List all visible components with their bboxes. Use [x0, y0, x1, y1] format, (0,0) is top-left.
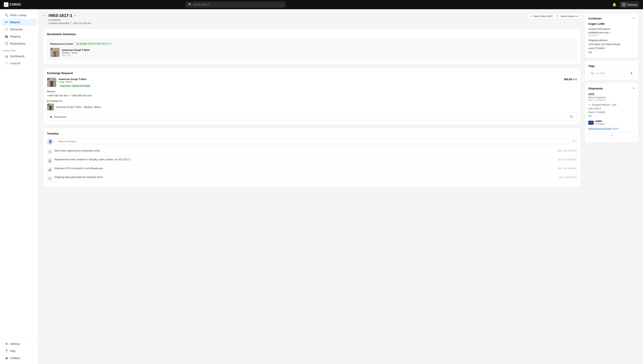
svg-rect-3: [50, 81, 53, 86]
copy-email-icon[interactable]: ⎘: [610, 31, 611, 34]
copy-tracking-icon[interactable]: ⎘: [618, 127, 619, 130]
sidebar-item-collapse[interactable]: ◀ Collapse: [2, 354, 37, 362]
search-bar[interactable]: 🔍 Quick Search: [186, 2, 285, 8]
shopify-external-icon[interactable]: ↗: [110, 42, 112, 45]
page-header-left: ← #903-1617-1 ↗ Completed Created Decemb…: [43, 13, 91, 24]
sidebar-item-corso-ai[interactable]: ✨ Corso AI: [2, 60, 37, 67]
carrier-name: USPS: [595, 120, 604, 123]
page-header-actions: ↗ View Order #1617 More Actions ▾: [527, 13, 581, 20]
shipping-icon: 📦: [5, 35, 8, 38]
add-shipment-icon[interactable]: +: [633, 86, 635, 90]
usps-logo: USPS: [588, 121, 594, 124]
dashboards-icon: 📊: [5, 54, 8, 58]
status-text: Completed: [49, 18, 61, 21]
user-avatar-circle: 👤: [47, 138, 53, 144]
exchange-for-row: 1 American Script T-Shirt - Medium / Bla…: [47, 104, 577, 110]
sidebar-label-shipping: Shipping: [10, 35, 21, 38]
help-icon: ❓: [5, 349, 8, 353]
user-badge[interactable]: S Swaseys: [619, 2, 639, 8]
add-comment-button[interactable]: +: [571, 138, 577, 144]
exchange-item-image: 1: [47, 78, 56, 87]
timeline-text-0: Sent return approved as requested email.: [54, 149, 556, 152]
right-panel: Customer ✏ Cogan Lottle Contact informat…: [585, 13, 638, 360]
order-lookup-icon: 🔍: [5, 14, 8, 17]
replacement-item-sku: SKU: N/A: [62, 54, 573, 56]
tracking-number-link[interactable]: 940010010544229269 7276: [588, 128, 617, 130]
shipments-title: Shipments: [588, 87, 603, 90]
sidebar-item-registrations[interactable]: 📋 Registrations: [2, 40, 37, 47]
exchange-request-title: Exchange Request: [47, 72, 577, 75]
resolution-summary-title: Resolution Summary: [47, 32, 577, 36]
address-line2: Lehi UT 84043: [588, 46, 635, 50]
replacement-item-name: American Script T-Shirt: [62, 48, 573, 52]
edit-customer-icon[interactable]: ✏: [632, 17, 635, 20]
customer-card-header: Customer ✏: [588, 17, 635, 20]
sidebar-bottom: ⚙ Settings ❓ Help ◀ Collapse: [0, 338, 38, 362]
shipment-action-icon: 📄: [610, 134, 613, 137]
inspections-label: Inspections: [54, 116, 67, 118]
exchange-request-card: Exchange Request 1 American: [43, 68, 581, 125]
shipment-action-button[interactable]: 📄: [588, 132, 635, 138]
inspections-row[interactable]: ▶ Inspections 0: [47, 113, 577, 121]
contact-email-row: lcottle@corso.com ⎘: [588, 31, 635, 34]
exchange-for-item-text: American Script T-Shirt - Medium / Black: [56, 106, 101, 108]
svg-rect-5: [53, 81, 54, 83]
warranties-icon: 🛡: [5, 28, 8, 31]
svg-rect-2: [56, 51, 57, 53]
chevron-down-icon: ▾: [576, 15, 578, 18]
replacement-item-image: 1: [50, 48, 60, 57]
tags-dropdown[interactable]: 🔍 Add tags ▾: [588, 70, 635, 76]
timeline-text-2: Shipment #373 in-transit to Lehi Warehou…: [54, 167, 556, 170]
sidebar-item-shipping[interactable]: 📦 Shipping: [2, 33, 37, 40]
shipments-card: Shipments + #373 Return Shipment Dec 7 a…: [585, 83, 638, 142]
timeline-text-1: Replacement order created on Shopify, or…: [54, 158, 556, 161]
sidebar-item-returns[interactable]: ↩ Returns: [2, 19, 37, 26]
replacement-item-details: American Script T-Shirt Medium / Black S…: [62, 48, 573, 56]
main-content-area: ← #903-1617-1 ↗ Completed Created Decemb…: [39, 9, 643, 364]
timeline-time-0: Dec 7 at 10:02 am: [558, 149, 577, 152]
view-order-button[interactable]: ↗ View Order #1617: [527, 13, 556, 20]
address-country: US: [588, 50, 635, 54]
exchange-item-name: American Script T-Shirt: [59, 78, 561, 81]
bell-icon[interactable]: 🔔: [612, 2, 616, 7]
logo-icon: C: [4, 2, 9, 7]
shopify-order-label: Shopify Order #C-EX-1617-1: [80, 42, 109, 45]
comment-input[interactable]: [55, 138, 569, 144]
timeline-time-1: Dec 7 at 10:02 am: [558, 158, 577, 161]
shopify-badge: 🛍 Shopify Order #C-EX-1617-1 ↗: [75, 42, 113, 46]
sidebar-item-settings[interactable]: ⚙ Settings: [2, 340, 37, 347]
carrier-info: USPS In Transit: [595, 120, 604, 125]
tags-card-header: Tags: [588, 64, 635, 68]
chevron-down-tags-icon: ▾: [631, 72, 632, 75]
back-button[interactable]: ←: [43, 14, 47, 18]
reason-label: Reason: [47, 90, 577, 93]
sidebar-label-corso-ai: Corso AI: [10, 62, 20, 65]
shipment-details: #373 Return Shipment Dec 7 at 9:59 am To…: [588, 93, 635, 138]
search-placeholder: Quick Search: [193, 3, 209, 6]
sidebar-item-order-lookup[interactable]: 🔍 Order Lookup: [2, 12, 37, 18]
timeline-events: ✉ Sent return approved as requested emai…: [47, 148, 577, 183]
app-logo: C CORSO: [4, 2, 21, 7]
registrations-icon: 📋: [5, 42, 8, 45]
more-actions-label: More Actions: [561, 15, 575, 18]
analytics-section-label: Analytics: [0, 47, 38, 52]
sidebar-analytics-items: 📊 Dashboards ✨ Corso AI: [0, 52, 38, 67]
svg-rect-1: [53, 51, 54, 53]
customer-phone: No phone: [588, 34, 635, 37]
sidebar-item-warranties[interactable]: 🛡 Warranties: [2, 26, 37, 33]
external-link-icon[interactable]: ↗: [74, 14, 76, 17]
topnav: C CORSO 🔍 Quick Search 🔔 S Swaseys: [0, 0, 643, 9]
sidebar-item-help[interactable]: ❓ Help: [2, 348, 37, 354]
brand-name: CORSO: [10, 3, 21, 6]
sidebar-label-returns: Returns: [10, 21, 20, 24]
timeline-icon-2: 🚚: [47, 167, 53, 172]
sidebar-label-help: Help: [10, 350, 16, 352]
sidebar-item-dashboards[interactable]: 📊 Dashboards: [2, 53, 37, 60]
sidebar-nav-items: 🔍 Order Lookup ↩ Returns 🛡 Warranties 📦 …: [0, 12, 38, 47]
tags-card: Tags 🔍 Add tags ▾: [585, 61, 638, 80]
chevron-right-icon: ▶: [50, 116, 52, 118]
more-actions-button[interactable]: More Actions ▾: [558, 13, 581, 20]
customer-name: Cogan Lottle: [588, 22, 635, 25]
page-title-area: #903-1617-1 ↗ Completed Created December…: [49, 13, 91, 24]
svg-rect-7: [49, 106, 50, 107]
